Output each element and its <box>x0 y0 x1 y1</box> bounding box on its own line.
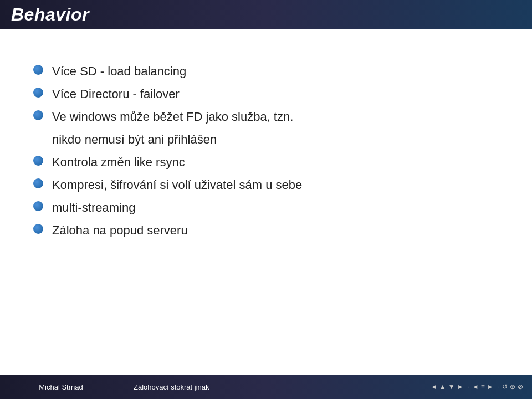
main-content: Více SD - load balancingVíce Directoru -… <box>0 29 532 375</box>
list-item: Kompresi, šifrování si volí uživatel sám… <box>33 176 499 194</box>
nav-right-arrow[interactable]: ► <box>457 383 464 391</box>
bullet-text: Kompresi, šifrování si volí uživatel sám… <box>52 176 499 194</box>
list-item: Záloha na popud serveru <box>33 221 499 239</box>
nav-separator: · <box>468 383 470 391</box>
bullet-text: multi-streaming <box>52 198 499 217</box>
list-item: Kontrola změn like rsync <box>33 153 499 171</box>
nav-eq-icon[interactable]: ≡ <box>481 383 485 391</box>
bullet-icon <box>33 178 43 188</box>
nav-refresh-icon[interactable]: ↺ <box>502 383 508 391</box>
list-item: Více SD - load balancing <box>33 62 499 80</box>
bullet-icon <box>33 88 43 98</box>
bullet-icon <box>33 65 43 75</box>
footer-title: Zálohovací stokrát jinak <box>122 383 431 391</box>
nav-zoom-icon[interactable]: ⊕ <box>510 383 515 391</box>
nav-next-icon[interactable]: ► <box>487 383 494 391</box>
nav-up-arrow[interactable]: ▲ <box>439 383 446 391</box>
bullet-text: Kontrola změn like rsync <box>52 153 499 171</box>
nav-left-arrow[interactable]: ◄ <box>431 383 437 391</box>
bullet-text: Více Directoru - failover <box>52 85 499 103</box>
bullet-icon <box>33 110 43 120</box>
bullet-text: Více SD - load balancing <box>52 62 499 80</box>
bullet-icon <box>33 224 43 234</box>
nav-prev-icon[interactable]: ◄ <box>472 383 479 391</box>
bullet-icon <box>33 201 43 211</box>
slide-title: Behavior <box>11 4 89 25</box>
footer-author: Michal Strnad <box>0 383 122 391</box>
bullet-text: Ve windows může běžet FD jako služba, tz… <box>52 108 499 126</box>
bullet-list: Více SD - load balancingVíce Directoru -… <box>33 62 499 244</box>
bullet-text: nikdo nemusí být ani přihlášen <box>52 130 217 149</box>
footer-navigation: ◄ ▲ ▼ ► · ◄ ≡ ► · ↺ ⊕ ⊘ <box>431 383 532 391</box>
bullet-icon <box>33 156 43 166</box>
nav-down-arrow[interactable]: ▼ <box>448 383 455 391</box>
nav-separator2: · <box>498 383 500 391</box>
bullet-text: Záloha na popud serveru <box>52 221 499 239</box>
footer-bar: Michal Strnad Zálohovací stokrát jinak ◄… <box>0 375 532 399</box>
list-item: nikdo nemusí být ani přihlášen <box>33 130 499 149</box>
list-item: multi-streaming <box>33 198 499 217</box>
nav-search-icon[interactable]: ⊘ <box>518 383 523 391</box>
list-item: Více Directoru - failover <box>33 85 499 103</box>
header-bar: Behavior <box>0 0 532 29</box>
list-item: Ve windows může běžet FD jako služba, tz… <box>33 108 499 126</box>
